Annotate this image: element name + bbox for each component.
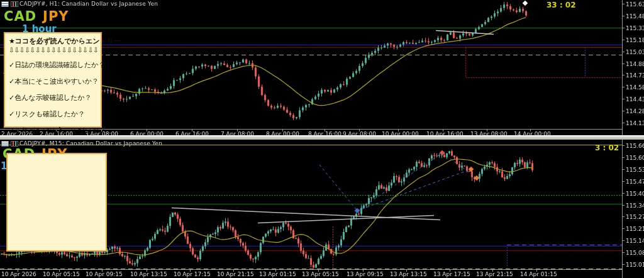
time-axis-label: 13 Apr 08:00 (470, 131, 508, 135)
table-icon (1, 1, 9, 7)
time-axis-label: 13 Apr 05:15 (302, 271, 339, 277)
price-axis-label: 114.130 (626, 120, 644, 126)
time-axis-label: 8 Apr 16:00 (308, 131, 341, 135)
chart-window-h1: CADJPY#, H1: Canadian Dollar vs Japanese… (0, 0, 644, 135)
price-axis-label: 115.535 (626, 167, 644, 173)
time-axis-label: 10 Apr 13:15 (130, 271, 167, 277)
time-axis-label: 13 Apr 21:15 (476, 271, 513, 277)
note-check-item: ✓色んな示唆確認したか？ (9, 93, 97, 103)
note-header: ★ココを必ず読んでからエントリー (9, 36, 97, 46)
time-axis-label: 13 Apr 13:15 (390, 271, 427, 277)
note-arrows: ⇩⇩⇩⇩⇩⇩⇩⇩⇩⇩⇩⇩⇩⇩⇩⇩⇩ (9, 47, 97, 53)
price-axis-label: 115.015 (626, 262, 644, 268)
price-axis-label: 115.180 (626, 37, 644, 43)
time-axis-label: 6 Apr 16:00 (175, 131, 209, 135)
time-axis-label: 10 Apr 17:15 (174, 271, 211, 277)
price-axis-label: 115.480 (626, 13, 644, 19)
price-axis-label: 115.470 (626, 179, 644, 185)
price-axis-label: 115.145 (626, 238, 644, 244)
price-axis-label: 115.275 (626, 214, 644, 220)
time-axis-label: 10 Apr 05:15 (43, 271, 80, 277)
time-axis-label: 8 Apr 00:00 (266, 131, 299, 135)
time-axis-label: 9 Apr 08:00 (343, 131, 376, 135)
table-icon (1, 141, 9, 147)
time-axis-label: 6 Apr 00:00 (130, 131, 164, 135)
empty-note[interactable] (6, 153, 107, 252)
note-check-item: ✓本当にそこ波出やすいか？ (9, 77, 97, 86)
time-axis-label: 13 Apr 09:15 (347, 271, 384, 277)
time-axis-label: 10 Apr 21:15 (217, 271, 254, 277)
chart-title: CADJPY#, M15: Canadian Dollar vs Japanes… (19, 140, 162, 147)
window-splitter[interactable] (0, 135, 644, 140)
price-axis-label: 115.340 (626, 203, 644, 209)
time-axis-label: 10 Apr 09:15 (86, 271, 123, 277)
candle-countdown-timer: 33 : 02 (547, 1, 576, 9)
price-axis-label: 115.600 (626, 155, 644, 161)
time-axis-label: 14 Apr 00:00 (514, 131, 551, 135)
price-axis-label: 114.580 (626, 84, 644, 91)
candlestick-chart-icon (11, 141, 18, 147)
time-axis-label: 10 Apr 2026 (1, 271, 36, 277)
checklist-note[interactable]: ★ココを必ず読んでからエントリー ⇩⇩⇩⇩⇩⇩⇩⇩⇩⇩⇩⇩⇩⇩⇩⇩⇩ ✓日誌の環… (4, 32, 102, 128)
price-axis-label: 114.880 (626, 61, 644, 67)
time-axis-label: 7 Apr 08:00 (221, 131, 254, 135)
time-axis-label: 13 Apr 01:15 (259, 271, 296, 277)
price-axis-label: 114.730 (626, 72, 644, 79)
price-axis-label: 115.030 (626, 49, 644, 55)
price-axis-label: 115.330 (626, 25, 644, 31)
time-axis-label: 14 Apr 01:15 (520, 271, 557, 277)
chart-title-bar-m15: CADJPY#, M15: Canadian Dollar vs Japanes… (0, 140, 644, 148)
note-check-item: ✓それ形だけで入ってないか？ (9, 126, 97, 135)
price-axis-label: 114.280 (626, 108, 644, 114)
note-check-item: ✓リスクも確認したか？ (9, 109, 97, 119)
price-axis-label: 114.430 (626, 96, 644, 103)
price-axis-label: 115.405 (626, 191, 644, 197)
time-axis-label: 10 Apr 00:00 (382, 131, 419, 135)
mt4-terminal: CADJPY#, H1: Canadian Dollar vs Japanese… (0, 0, 644, 278)
chart-window-m15: CADJPY#, M15: Canadian Dollar vs Japanes… (0, 140, 644, 278)
candlestick-chart-icon (11, 1, 18, 7)
chart-title: CADJPY#, H1: Canadian Dollar vs Japanese… (19, 1, 158, 7)
price-axis-label: 115.210 (626, 226, 644, 232)
time-axis-label: 13 Apr 17:15 (433, 271, 470, 277)
price-axis-label: 115.080 (626, 250, 644, 256)
time-axis-label: 10 Apr 16:00 (426, 131, 464, 135)
candle-countdown-timer: 3 : 02 (595, 143, 619, 152)
note-check-item: ✓日誌の環境認識確認したか？ (9, 60, 97, 70)
